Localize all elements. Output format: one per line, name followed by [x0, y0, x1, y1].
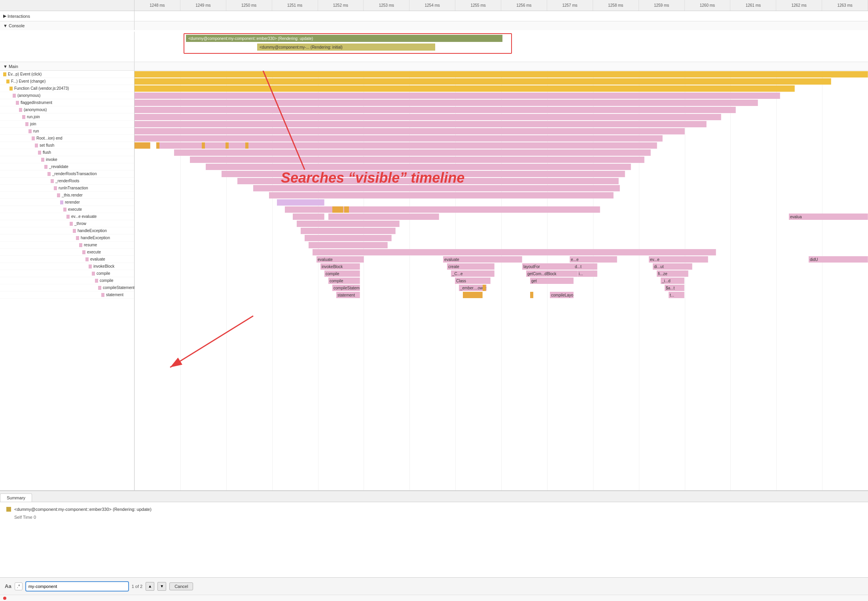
flame-bar[interactable]: invokeBlock — [320, 263, 360, 270]
flame-bar[interactable]: ev...e — [649, 256, 708, 263]
flame-bar[interactable] — [463, 292, 483, 298]
flame-label-row: execute — [0, 206, 134, 213]
flame-bar[interactable]: get — [530, 278, 574, 284]
search-next-button[interactable]: ▼ — [157, 582, 166, 591]
flame-bar[interactable]: compile — [328, 278, 360, 284]
summary-self-time: Self Time 0 — [14, 515, 862, 520]
interactions-text: Interactions — [8, 14, 30, 19]
summary-tabs: Summary — [0, 491, 868, 502]
flame-bar-small — [530, 292, 533, 298]
flame-bar[interactable] — [309, 242, 388, 248]
flame-bar[interactable]: t... — [669, 292, 684, 298]
summary-tab-label: Summary — [7, 495, 25, 500]
interactions-triangle: ▶ — [3, 13, 6, 19]
search-regex-button[interactable]: .* — [15, 582, 23, 590]
flame-bar[interactable]: create — [447, 263, 495, 270]
flame-label-row: invokeBlock — [0, 263, 134, 270]
flame-bar[interactable] — [135, 114, 721, 120]
flame-bar[interactable] — [479, 249, 716, 255]
flame-bar-small — [135, 142, 138, 149]
flame-bar[interactable] — [237, 178, 619, 184]
ruler-tick: 1263 ms — [822, 0, 868, 11]
flame-bar[interactable] — [253, 185, 620, 191]
flame-bar[interactable] — [135, 135, 663, 142]
summary-icon-square — [6, 507, 11, 512]
flame-bar[interactable] — [293, 214, 324, 220]
flame-bar[interactable]: didU — [809, 256, 868, 263]
flame-bar[interactable] — [206, 164, 631, 170]
flame-bar[interactable]: $a...t — [665, 285, 684, 291]
ruler-tick: 1262 ms — [776, 0, 822, 11]
console-label[interactable]: ▼ Console — [0, 21, 135, 30]
search-input[interactable] — [26, 582, 129, 591]
flame-bar[interactable] — [135, 107, 736, 113]
flame-bar[interactable]: i... — [578, 270, 597, 277]
flame-bar[interactable] — [135, 100, 758, 106]
flame-bar[interactable] — [328, 214, 439, 220]
flame-label-row: run.join — [0, 113, 134, 121]
flame-label-row: resume — [0, 242, 134, 249]
summary-self-time-label: Self Time 0 — [14, 515, 36, 520]
summary-item-name: <dummy@component:my-component::ember330>… — [14, 507, 152, 512]
ruler-tick: 1251 ms — [272, 0, 318, 11]
ruler-tick: 1253 ms — [364, 0, 409, 11]
flame-bar[interactable] — [135, 128, 685, 134]
flame-bar[interactable]: e...e — [570, 256, 617, 263]
flame-bar[interactable]: statement — [336, 292, 360, 298]
bottom-dot — [3, 597, 6, 600]
summary-tab[interactable]: Summary — [0, 493, 32, 502]
flame-label-row: _throw — [0, 220, 134, 227]
flame-bar-small — [483, 285, 486, 291]
flame-bar[interactable] — [174, 149, 651, 156]
flame-bar[interactable] — [269, 192, 614, 198]
flame-label-row: F...) Event (change) — [0, 78, 134, 85]
flame-bar[interactable]: di...ut — [653, 263, 692, 270]
ruler-tick: 1261 ms — [730, 0, 776, 11]
flame-bar[interactable]: getCom...dBlock — [526, 270, 578, 277]
flame-bar[interactable] — [305, 235, 392, 241]
flame-bar[interactable]: evalua — [789, 214, 868, 220]
timeline-ruler: 1248 ms1249 ms1250 ms1251 ms1252 ms1253 … — [0, 0, 868, 11]
flame-bar[interactable] — [135, 93, 780, 99]
main-label[interactable]: ▼ Main — [0, 62, 135, 70]
flame-bar[interactable]: fi...ze — [657, 270, 688, 277]
flame-bar[interactable]: evaluate — [443, 256, 522, 263]
search-prev-button[interactable]: ▲ — [146, 582, 154, 591]
flame-bar-small — [332, 206, 337, 213]
flame-bar[interactable] — [190, 157, 644, 163]
flame-label-row: statement — [0, 291, 134, 299]
flame-bar[interactable]: _C...e — [451, 270, 495, 277]
flame-bar[interactable] — [135, 71, 868, 77]
flame-bar[interactable]: evaluate — [316, 256, 364, 263]
section-main: ▼ Main Ev...p) Event (click)F...) Event … — [0, 62, 868, 490]
console-text: ▼ Console — [3, 23, 25, 28]
interactions-label[interactable]: ▶ Interactions — [0, 11, 135, 21]
flame-bar[interactable]: compile — [324, 270, 360, 277]
flame-bar[interactable] — [336, 206, 343, 213]
flame-area: Ev...p) Event (click)F...) Event (change… — [0, 71, 868, 490]
flame-bar[interactable] — [135, 78, 831, 85]
flame-bar[interactable]: d...t — [574, 263, 597, 270]
flame-row-labels: Ev...p) Event (click)F...) Event (change… — [0, 71, 134, 299]
search-cancel-button[interactable]: Cancel — [169, 582, 193, 590]
flame-label-row: _this.render — [0, 192, 134, 199]
flame-bar[interactable] — [277, 199, 324, 206]
flame-bar[interactable] — [158, 142, 657, 149]
flame-bar[interactable] — [297, 221, 400, 227]
flame-bar[interactable]: compileLayout — [550, 292, 574, 298]
flame-bar[interactable] — [135, 85, 795, 92]
flame-bar[interactable] — [301, 228, 396, 234]
flame-bar[interactable]: layoutFor — [522, 263, 578, 270]
ruler-tick: 1252 ms — [318, 0, 364, 11]
flame-bar[interactable] — [135, 121, 707, 127]
ruler-tick: 1254 ms — [409, 0, 455, 11]
flame-label-row: evaluate — [0, 256, 134, 263]
flame-bar[interactable]: _i...d — [661, 278, 684, 284]
flame-label-row: Root...ion) end — [0, 135, 134, 142]
flame-bar[interactable]: compileStatement — [332, 285, 360, 291]
timeline-container: 1248 ms1249 ms1250 ms1251 ms1252 ms1253 … — [0, 0, 868, 601]
flame-label-row: flush — [0, 149, 134, 156]
ruler-spacer — [0, 0, 135, 11]
flame-bar[interactable] — [222, 171, 625, 177]
flame-bar[interactable]: Class — [455, 278, 491, 284]
